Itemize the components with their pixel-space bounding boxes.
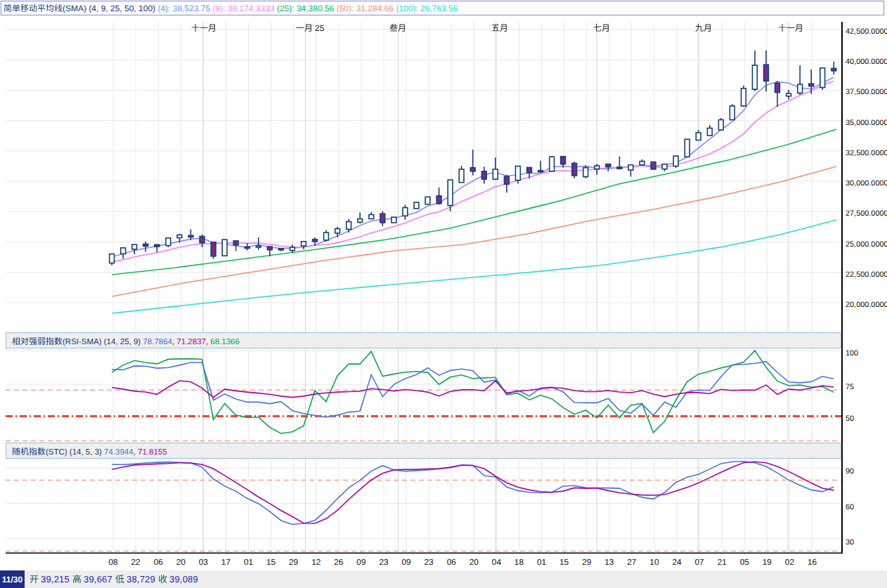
svg-text:24: 24 — [672, 557, 682, 567]
svg-text:01: 01 — [244, 557, 253, 567]
svg-text:12: 12 — [311, 557, 321, 567]
svg-text:(SMA) (4, 9, 25, 50, 100) (4):: (SMA) (4, 9, 25, 50, 100) (4): 38,523.75… — [63, 4, 458, 13]
svg-text:29: 29 — [582, 557, 591, 567]
svg-text:16: 16 — [808, 557, 817, 567]
svg-text:(RSI-SMA) (14, 25, 9) 78.7864,: (RSI-SMA) (14, 25, 9) 78.7864, 71.2837, … — [63, 338, 240, 346]
svg-text:05: 05 — [740, 557, 750, 567]
svg-text:60: 60 — [846, 503, 854, 511]
svg-text:09: 09 — [401, 557, 410, 567]
svg-text:40,000.0000: 40,000.0000 — [846, 58, 887, 66]
svg-text:01: 01 — [537, 557, 546, 567]
svg-text:10: 10 — [649, 557, 659, 567]
svg-text:35,000.0000: 35,000.0000 — [846, 119, 887, 127]
svg-text:(STC) (14, 5, 3) 74.3944, 71.8: (STC) (14, 5, 3) 74.3944, 71.8155 — [46, 448, 167, 457]
svg-text:15: 15 — [266, 557, 276, 567]
svg-text:19: 19 — [763, 557, 772, 567]
svg-text:32,500.0000: 32,500.0000 — [846, 149, 887, 157]
svg-text:08: 08 — [108, 557, 118, 567]
svg-text:20: 20 — [176, 557, 186, 567]
svg-text:50: 50 — [846, 414, 854, 423]
svg-text:22: 22 — [131, 557, 141, 567]
svg-text:02: 02 — [785, 557, 794, 567]
svg-text:13: 13 — [604, 557, 614, 567]
svg-text:20: 20 — [470, 557, 479, 567]
svg-text:20,000.0000: 20,000.0000 — [846, 301, 887, 309]
svg-text:39,215: 39,215 — [41, 574, 70, 584]
svg-text:22,500.0000: 22,500.0000 — [846, 270, 887, 279]
svg-text:39,667: 39,667 — [84, 574, 112, 584]
svg-text:25,000.0000: 25,000.0000 — [846, 240, 887, 249]
svg-text:39,089: 39,089 — [169, 574, 198, 584]
svg-text:11/30: 11/30 — [2, 575, 23, 584]
svg-text:27: 27 — [627, 557, 636, 567]
svg-text:37,500.0000: 37,500.0000 — [846, 88, 887, 96]
svg-text:06: 06 — [154, 557, 164, 567]
svg-text:100: 100 — [846, 349, 858, 358]
svg-text:17: 17 — [221, 557, 231, 567]
svg-text:90: 90 — [846, 467, 854, 476]
svg-text:18: 18 — [514, 557, 524, 567]
svg-text:30,000.0000: 30,000.0000 — [846, 179, 887, 188]
svg-text:07: 07 — [695, 557, 704, 567]
svg-text:26: 26 — [334, 557, 344, 567]
svg-text:09: 09 — [356, 557, 365, 567]
svg-text:42,500.0000: 42,500.0000 — [846, 27, 887, 36]
svg-text:75: 75 — [846, 383, 854, 391]
svg-text:23: 23 — [425, 557, 434, 567]
svg-text:38,729: 38,729 — [127, 574, 155, 584]
svg-text:29: 29 — [289, 557, 298, 567]
svg-text:27,500.0000: 27,500.0000 — [846, 209, 887, 218]
svg-text:30: 30 — [846, 538, 854, 547]
svg-text:23: 23 — [379, 557, 389, 567]
svg-text:06: 06 — [447, 557, 457, 567]
svg-text:15: 15 — [559, 557, 569, 567]
svg-text:04: 04 — [492, 557, 502, 567]
svg-text:25: 25 — [315, 23, 325, 33]
svg-text:21: 21 — [718, 557, 727, 567]
svg-text:03: 03 — [199, 557, 209, 567]
